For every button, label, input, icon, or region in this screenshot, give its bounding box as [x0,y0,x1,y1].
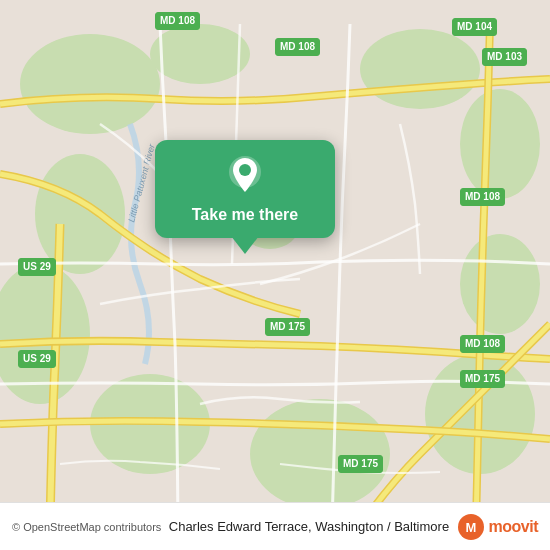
location-popup[interactable]: Take me there [155,140,335,238]
svg-point-4 [460,89,540,199]
svg-point-8 [250,399,390,509]
location-label: Charles Edward Terrace, Washington / Bal… [161,519,456,534]
popup-label: Take me there [192,206,298,224]
bottom-bar: © OpenStreetMap contributors Charles Edw… [0,502,550,550]
svg-point-14 [239,164,251,176]
road-badge-md108-right: MD 108 [460,188,505,206]
road-badge-md175-bottom: MD 175 [338,455,383,473]
road-badge-md175-right: MD 175 [460,370,505,388]
road-badge-md175-mid: MD 175 [265,318,310,336]
road-badge-us29-bottom: US 29 [18,350,56,368]
attribution: © OpenStreetMap contributors [12,521,161,533]
road-badge-md103: MD 103 [482,48,527,66]
svg-text:M: M [465,520,476,535]
map-background: Little Patuxent River [0,0,550,550]
road-badge-md108-top-left: MD 108 [155,12,200,30]
road-badge-md104: MD 104 [452,18,497,36]
pin-icon [223,154,267,198]
svg-point-3 [360,29,480,109]
moovit-icon: M [457,513,485,541]
moovit-logo: M moovit [457,513,538,541]
svg-point-5 [35,154,125,274]
road-badge-us29-top: US 29 [18,258,56,276]
road-badge-md108-mid-right: MD 108 [460,335,505,353]
map-container: Little Patuxent River [0,0,550,550]
svg-point-1 [20,34,160,134]
svg-point-10 [460,234,540,334]
moovit-text: moovit [489,518,538,536]
svg-point-2 [150,24,250,84]
road-badge-md108-top-center: MD 108 [275,38,320,56]
